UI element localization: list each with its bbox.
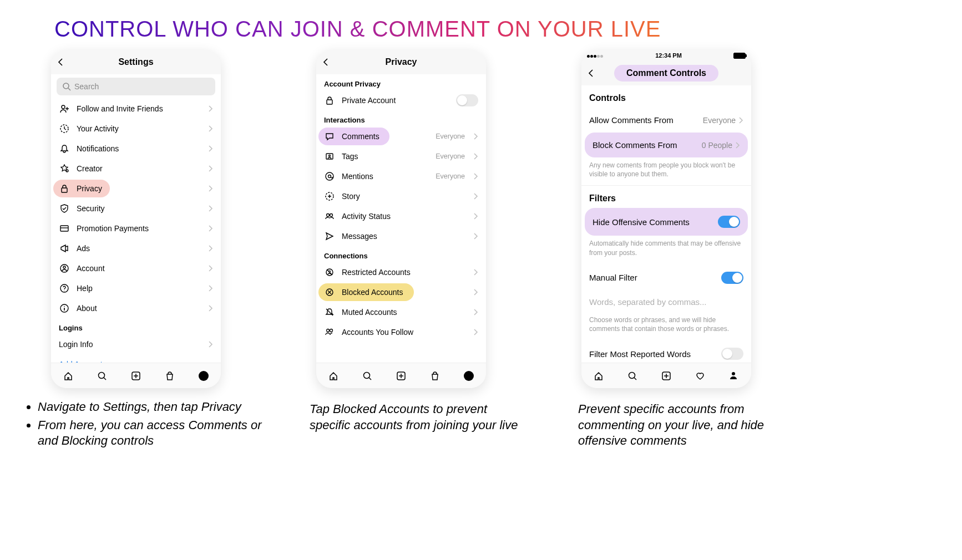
- shop-icon[interactable]: [164, 370, 176, 382]
- status-icon: [324, 212, 335, 221]
- battery-icon: [733, 53, 746, 59]
- search-tab-icon[interactable]: [96, 370, 108, 382]
- tab-bar: [581, 363, 751, 388]
- list-item-tag[interactable]: TagsEveryone: [316, 146, 486, 166]
- phone-privacy: Privacy Account Privacy Private Account …: [316, 50, 486, 388]
- manual-note: Choose words or phrases, and we will hid…: [581, 312, 751, 340]
- controls-header: Controls: [581, 85, 751, 108]
- back-button[interactable]: [323, 58, 330, 66]
- list-item-status[interactable]: Activity Status: [316, 206, 486, 226]
- invite-icon: [59, 104, 70, 113]
- caption-1: Navigate to Settings, then tap Privacy F…: [28, 399, 272, 451]
- add-icon[interactable]: [660, 370, 672, 382]
- chevron-right-icon: [209, 165, 213, 172]
- profile-tab-icon[interactable]: [198, 370, 210, 382]
- comment-icon: [324, 132, 335, 141]
- chevron-right-icon: [209, 185, 213, 192]
- hide-offensive-toggle[interactable]: [718, 216, 740, 228]
- chevron-right-icon: [474, 309, 478, 315]
- list-item-lock[interactable]: Privacy: [51, 179, 221, 198]
- back-button[interactable]: [58, 58, 64, 66]
- header-title: Privacy: [386, 57, 417, 67]
- chevron-right-icon: [209, 205, 213, 212]
- private-account-row[interactable]: Private Account: [316, 90, 486, 110]
- restrict-icon: [324, 268, 335, 277]
- chevron-right-icon: [736, 142, 740, 149]
- story-icon: [324, 192, 335, 201]
- chevron-right-icon: [209, 225, 213, 232]
- back-button[interactable]: [588, 69, 595, 77]
- status-time: 12:34 PM: [655, 52, 682, 59]
- list-item-card[interactable]: Promotion Payments: [51, 218, 221, 238]
- home-icon[interactable]: [593, 370, 605, 382]
- filters-header: Filters: [581, 186, 751, 208]
- search-tab-icon[interactable]: [626, 370, 639, 382]
- status-bar: 12:34 PM: [581, 50, 751, 61]
- block-icon: [324, 288, 335, 297]
- shield-icon: [59, 204, 70, 213]
- private-account-toggle[interactable]: [456, 94, 478, 106]
- chevron-right-icon: [474, 173, 478, 180]
- list-item-activity[interactable]: Your Activity: [51, 119, 221, 139]
- logins-header: Logins: [51, 318, 221, 334]
- star-icon: [59, 164, 70, 173]
- card-icon: [59, 224, 70, 233]
- chevron-right-icon: [474, 153, 478, 160]
- profile-tab-icon[interactable]: [728, 370, 740, 382]
- ads-icon: [59, 244, 70, 253]
- reported-words-toggle[interactable]: [721, 348, 743, 360]
- hide-offensive-row: Hide Offensive Comments: [585, 208, 748, 236]
- manual-filter-toggle[interactable]: [721, 272, 743, 284]
- message-icon: [324, 232, 335, 241]
- list-item-message[interactable]: Messages: [316, 226, 486, 246]
- list-item-follow[interactable]: Accounts You Follow: [316, 322, 486, 342]
- allow-comments-row[interactable]: Allow Comments From Everyone: [581, 108, 751, 133]
- list-item-restrict[interactable]: Restricted Accounts: [316, 262, 486, 282]
- list-item-invite[interactable]: Follow and Invite Friends: [51, 99, 221, 119]
- chevron-right-icon: [209, 105, 213, 112]
- shop-icon[interactable]: [429, 370, 441, 382]
- home-icon[interactable]: [62, 370, 74, 382]
- list-item-mention[interactable]: MentionsEveryone: [316, 166, 486, 186]
- chevron-right-icon: [474, 213, 478, 220]
- login-info-row[interactable]: Login Info: [51, 334, 221, 354]
- list-item-mute[interactable]: Muted Accounts: [316, 302, 486, 322]
- chevron-right-icon: [209, 341, 213, 348]
- list-item-comment[interactable]: CommentsEveryone: [316, 126, 486, 146]
- list-item-ads[interactable]: Ads: [51, 238, 221, 258]
- lock-icon: [59, 184, 70, 193]
- phone-comment-controls: 12:34 PM Comment Controls Controls Allow…: [581, 50, 751, 388]
- list-item-help[interactable]: Help: [51, 278, 221, 298]
- add-icon[interactable]: [395, 370, 407, 382]
- list-item-shield[interactable]: Security: [51, 198, 221, 218]
- activity-tab-icon[interactable]: [694, 370, 706, 382]
- add-icon[interactable]: [130, 370, 142, 382]
- list-item-story[interactable]: Story: [316, 186, 486, 206]
- account-icon: [59, 264, 70, 273]
- chevron-right-icon: [209, 265, 213, 272]
- manual-filter-input[interactable]: Words, separated by commas...: [581, 292, 751, 312]
- list-item-bell[interactable]: Notifications: [51, 139, 221, 159]
- caption-2: Tap Blocked Accounts to prevent specific…: [310, 401, 520, 433]
- add-account-row[interactable]: Add Account: [51, 354, 221, 363]
- block-comments-row[interactable]: Block Comments From 0 People: [585, 133, 748, 157]
- list-item-block[interactable]: Blocked Accounts: [316, 282, 486, 302]
- profile-tab-icon[interactable]: [463, 370, 475, 382]
- chevron-right-icon: [209, 145, 213, 152]
- tab-bar: [51, 363, 221, 388]
- chevron-right-icon: [209, 245, 213, 252]
- list-item-info[interactable]: About: [51, 298, 221, 318]
- search-input[interactable]: Search: [57, 78, 215, 95]
- mute-icon: [324, 308, 335, 317]
- hide-note: Automatically hide comments that may be …: [581, 236, 751, 263]
- page-title: CONTROL WHO CAN JOIN & COMMENT ON YOUR L…: [54, 17, 661, 42]
- caption-3: Prevent specific accounts from commentin…: [578, 401, 778, 449]
- search-tab-icon[interactable]: [361, 370, 373, 382]
- info-icon: [59, 304, 70, 313]
- chevron-right-icon: [474, 329, 478, 335]
- chevron-right-icon: [474, 269, 478, 276]
- list-item-account[interactable]: Account: [51, 258, 221, 278]
- list-item-star[interactable]: Creator: [51, 159, 221, 179]
- home-icon[interactable]: [327, 370, 340, 382]
- chevron-right-icon: [209, 125, 213, 132]
